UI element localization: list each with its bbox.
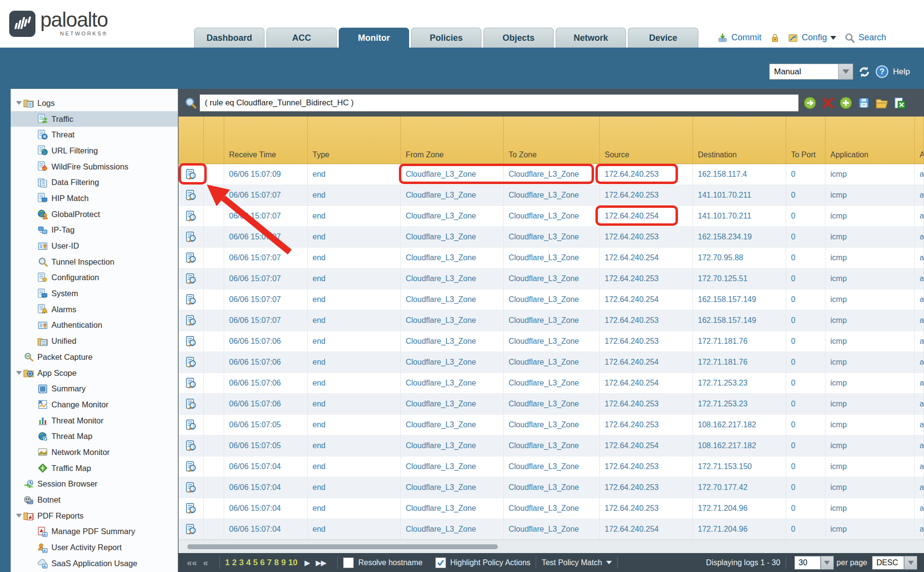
cell-type[interactable]: end: [308, 394, 401, 415]
cell-destination[interactable]: 162.158.234.19: [693, 227, 786, 248]
cell-to-zone[interactable]: Cloudflare_L3_Zone: [504, 185, 600, 206]
cell-source[interactable]: 172.64.240.253: [600, 269, 693, 289]
cell-to-port[interactable]: 0: [786, 310, 825, 331]
cell-a[interactable]: a: [915, 394, 924, 415]
cell-a[interactable]: a: [915, 352, 924, 373]
log-detail-icon[interactable]: [179, 310, 204, 331]
log-detail-icon[interactable]: [179, 248, 204, 269]
log-row-14[interactable]: 06/06 15:07:05endCloudflare_L3_ZoneCloud…: [179, 436, 924, 456]
log-row-4[interactable]: 06/06 15:07:07endCloudflare_L3_ZoneCloud…: [179, 227, 924, 248]
cell-source[interactable]: 172.64.240.254: [600, 206, 693, 227]
cell-to-zone[interactable]: Cloudflare_L3_Zone: [504, 477, 600, 498]
cell-application[interactable]: icmp: [825, 269, 915, 289]
log-row-6[interactable]: 06/06 15:07:07endCloudflare_L3_ZoneCloud…: [179, 269, 924, 289]
cell-destination[interactable]: 172.71.153.150: [693, 456, 786, 477]
row-select-cell[interactable]: [204, 373, 224, 394]
row-select-cell[interactable]: [204, 352, 224, 373]
cell-source[interactable]: 172.64.240.253: [600, 310, 693, 331]
cell-to-port[interactable]: 0: [786, 373, 825, 394]
cell-receive-time[interactable]: 06/06 15:07:04: [224, 456, 308, 477]
log-detail-icon[interactable]: [179, 269, 204, 289]
last-page-icon[interactable]: ▶▶: [316, 559, 327, 567]
log-detail-icon[interactable]: [179, 164, 204, 185]
cell-from-zone[interactable]: Cloudflare_L3_Zone: [401, 310, 504, 331]
cell-receive-time[interactable]: 06/06 15:07:06: [224, 373, 308, 394]
cell-destination[interactable]: 108.162.217.182: [693, 436, 786, 456]
cell-to-port[interactable]: 0: [786, 415, 825, 436]
cell-from-zone[interactable]: Cloudflare_L3_Zone: [401, 498, 504, 519]
log-detail-icon[interactable]: [179, 498, 204, 519]
cell-to-zone[interactable]: Cloudflare_L3_Zone: [504, 248, 600, 269]
cell-destination[interactable]: 162.158.117.4: [693, 164, 786, 185]
row-select-cell[interactable]: [204, 415, 224, 436]
cell-to-zone[interactable]: Cloudflare_L3_Zone: [504, 164, 600, 185]
cell-to-port[interactable]: 0: [786, 269, 825, 289]
cell-to-port[interactable]: 0: [786, 289, 825, 310]
cell-receive-time[interactable]: 06/06 15:07:07: [224, 289, 308, 310]
cell-receive-time[interactable]: 06/06 15:07:07: [224, 310, 308, 331]
page-number-5[interactable]: 5: [253, 558, 258, 568]
tab-acc[interactable]: ACC: [266, 28, 337, 48]
cell-type[interactable]: end: [308, 289, 401, 310]
log-detail-icon[interactable]: [179, 456, 204, 477]
cell-destination[interactable]: 172.71.253.23: [693, 373, 786, 394]
next-page-icon[interactable]: ▶: [305, 559, 310, 567]
cell-application[interactable]: icmp: [825, 498, 915, 519]
per-page-dropdown-button[interactable]: [821, 556, 834, 570]
sidebar-item-hip-match[interactable]: HIP Match: [11, 190, 178, 206]
cell-application[interactable]: icmp: [825, 519, 915, 540]
cell-a[interactable]: a: [915, 498, 924, 519]
sidebar-item-configuration[interactable]: Configuration: [11, 270, 178, 286]
cell-application[interactable]: icmp: [825, 185, 915, 206]
cell-destination[interactable]: 172.70.177.42: [693, 477, 786, 498]
cell-application[interactable]: icmp: [825, 206, 915, 227]
cell-destination[interactable]: 172.70.95.88: [693, 248, 786, 269]
cell-from-zone[interactable]: Cloudflare_L3_Zone: [401, 519, 504, 540]
cell-to-zone[interactable]: Cloudflare_L3_Zone: [504, 373, 600, 394]
sidebar-item-user-activity-report[interactable]: User Activity Report: [11, 539, 178, 555]
cell-type[interactable]: end: [308, 477, 401, 498]
cell-from-zone[interactable]: Cloudflare_L3_Zone: [401, 248, 504, 269]
cell-source[interactable]: 172.64.240.254: [600, 519, 693, 540]
cell-destination[interactable]: 108.162.217.182: [693, 415, 786, 436]
cell-a[interactable]: a: [915, 331, 924, 352]
log-row-13[interactable]: 06/06 15:07:05endCloudflare_L3_ZoneCloud…: [179, 415, 924, 436]
horizontal-scrollbar[interactable]: [179, 539, 924, 554]
refresh-mode-dropdown-button[interactable]: [838, 64, 853, 80]
filter-query-input[interactable]: [199, 94, 799, 112]
sidebar-item-data-filtering[interactable]: Data Filtering: [11, 174, 178, 190]
sidebar-item-manage-pdf-summary[interactable]: Manage PDF Summary: [11, 524, 178, 540]
sidebar-item-logs[interactable]: Logs: [11, 95, 178, 111]
log-row-16[interactable]: 06/06 15:07:04endCloudflare_L3_ZoneCloud…: [179, 477, 924, 498]
cell-receive-time[interactable]: 06/06 15:07:05: [224, 415, 308, 436]
help-label[interactable]: Help: [893, 67, 910, 77]
scrollbar-thumb[interactable]: [187, 544, 498, 549]
cell-type[interactable]: end: [308, 248, 401, 269]
cell-application[interactable]: icmp: [825, 394, 915, 415]
cell-from-zone[interactable]: Cloudflare_L3_Zone: [401, 352, 504, 373]
sidebar-item-system[interactable]: System: [11, 286, 178, 302]
page-number-1[interactable]: 1: [225, 558, 230, 568]
cell-from-zone[interactable]: Cloudflare_L3_Zone: [401, 436, 504, 456]
load-filter-icon[interactable]: [875, 96, 889, 110]
row-select-cell[interactable]: [204, 185, 224, 206]
page-number-8[interactable]: 8: [274, 558, 279, 568]
cell-to-zone[interactable]: Cloudflare_L3_Zone: [504, 352, 600, 373]
cell-source[interactable]: 172.64.240.254: [600, 289, 693, 310]
row-select-cell[interactable]: [204, 289, 224, 310]
row-select-cell[interactable]: [204, 269, 224, 289]
page-number-9[interactable]: 9: [281, 558, 285, 568]
cell-receive-time[interactable]: 06/06 15:07:05: [224, 436, 308, 456]
cell-a[interactable]: a: [915, 248, 924, 269]
tab-objects[interactable]: Objects: [483, 28, 554, 48]
sidebar-item-url-filtering[interactable]: URL Filtering: [11, 143, 178, 159]
log-detail-icon[interactable]: [179, 373, 204, 394]
cell-destination[interactable]: 172.71.204.96: [693, 498, 786, 519]
log-row-1[interactable]: 06/06 15:07:09endCloudflare_L3_ZoneCloud…: [179, 164, 924, 185]
cell-type[interactable]: end: [308, 373, 401, 394]
sidebar-item-threat-monitor[interactable]: Threat Monitor: [11, 413, 178, 429]
sidebar-item-tunnel-inspection[interactable]: Tunnel Inspection: [11, 254, 178, 270]
cell-source[interactable]: 172.64.240.254: [600, 436, 693, 456]
cell-receive-time[interactable]: 06/06 15:07:06: [224, 352, 308, 373]
cell-type[interactable]: end: [308, 269, 401, 289]
